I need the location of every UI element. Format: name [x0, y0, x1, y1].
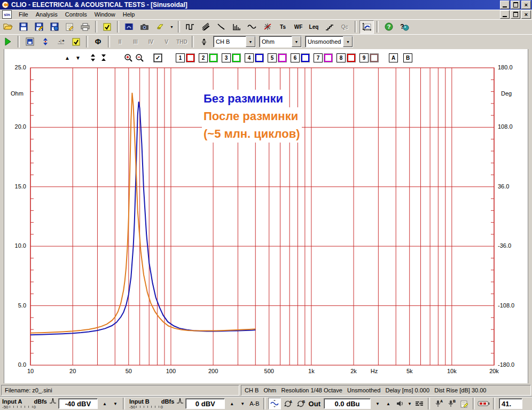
y-right-tick--36.0: -36.0: [498, 242, 523, 249]
out-down-button[interactable]: ▼: [373, 399, 382, 408]
smoothing-combo-arrow-icon[interactable]: ▼: [343, 36, 353, 47]
wf-icon[interactable]: WF: [291, 20, 306, 34]
decay-icon[interactable]: [214, 20, 228, 34]
ts-icon[interactable]: Ts: [276, 20, 290, 34]
curve-slot-2-checkbox[interactable]: [209, 54, 217, 62]
overlay-a-button[interactable]: A: [389, 53, 398, 62]
curve-slot-9-button[interactable]: 9: [359, 53, 369, 62]
settings-check-icon[interactable]: [69, 35, 83, 49]
curve-slot-4-checkbox[interactable]: [255, 54, 263, 62]
curve-slot-8-button[interactable]: 8: [337, 53, 346, 62]
divide-scale-icon[interactable]: [197, 35, 211, 49]
doc-minimize-button[interactable]: [500, 10, 510, 19]
curve-slot-6-checkbox[interactable]: [301, 54, 309, 62]
autosave-icon[interactable]: [22, 35, 37, 49]
curve-slot-8-checkbox[interactable]: [347, 54, 355, 62]
curve-slot-4-button[interactable]: 4: [245, 53, 254, 62]
channel-combo-arrow-icon[interactable]: ▼: [246, 36, 255, 47]
export-icon[interactable]: [47, 20, 61, 34]
sine-off-icon[interactable]: [260, 20, 275, 34]
steps-icon[interactable]: [322, 20, 337, 34]
menu-analysis[interactable]: Analysis: [32, 10, 61, 19]
zoom-in-icon[interactable]: [124, 53, 133, 62]
out-up-button[interactable]: ▲: [384, 399, 393, 408]
eraser-icon[interactable]: [153, 20, 167, 34]
film-icon[interactable]: [122, 20, 136, 34]
marker-icon[interactable]: -+: [53, 35, 68, 49]
curve-slot-1-button[interactable]: 1: [176, 53, 185, 62]
eraser-dropdown-icon[interactable]: ▼: [168, 20, 175, 34]
curve-slot-7-checkbox[interactable]: [324, 54, 332, 62]
curve-slot-3-button[interactable]: 3: [222, 53, 231, 62]
expand-scale-icon[interactable]: [89, 53, 97, 62]
compress-scale-icon[interactable]: [99, 53, 108, 62]
open-icon[interactable]: [1, 20, 15, 34]
print-icon[interactable]: [78, 20, 92, 34]
bars-icon[interactable]: [229, 20, 244, 34]
curve-slot-5-button[interactable]: 5: [268, 53, 277, 62]
input-a-up-button[interactable]: ▲: [100, 399, 109, 408]
menu-file[interactable]: File: [15, 10, 32, 19]
close-button[interactable]: ×: [521, 1, 531, 9]
curves-visible-checkbox[interactable]: ✓: [154, 54, 162, 62]
doc-close-button[interactable]: ×: [521, 10, 531, 19]
channel-combo[interactable]: CH B ▼: [213, 36, 256, 48]
overlay-b-button[interactable]: B: [403, 53, 412, 62]
shift-up-icon[interactable]: ▲: [63, 53, 72, 62]
camera-icon[interactable]: [137, 20, 152, 34]
input-loop-a-icon[interactable]: A: [282, 398, 294, 409]
y-right-unit-label: Deg: [501, 90, 512, 97]
curve-slot-3-checkbox[interactable]: [232, 54, 240, 62]
input-a-sensitivity[interactable]: -40 dBV: [58, 398, 98, 409]
curve-slot-5-checkbox[interactable]: [278, 54, 286, 62]
noise-icon[interactable]: [198, 20, 213, 34]
menu-window[interactable]: Window: [91, 10, 119, 19]
context-help-icon[interactable]: ?: [397, 20, 411, 34]
restore-button[interactable]: [511, 1, 520, 9]
curve-slot-7-button[interactable]: 7: [314, 53, 323, 62]
generator-icon[interactable]: [268, 398, 281, 409]
notes-icon[interactable]: [458, 398, 470, 409]
input-b-sensitivity[interactable]: 0 dBV: [185, 398, 225, 409]
input-a-down-button[interactable]: ▼: [111, 399, 120, 408]
sine-icon[interactable]: [245, 20, 259, 34]
input-loop-b-icon[interactable]: B: [295, 398, 307, 409]
unit-combo-arrow-icon[interactable]: ▼: [292, 36, 301, 47]
autoscale-icon[interactable]: [38, 35, 52, 49]
phase-icon[interactable]: Φ: [91, 35, 105, 49]
menu-controls[interactable]: Controls: [61, 10, 91, 19]
save-icon[interactable]: [16, 20, 30, 34]
speaker-dropdown-icon[interactable]: ▼: [407, 399, 412, 408]
curve-slot-1-checkbox[interactable]: [186, 54, 194, 62]
unit-combo[interactable]: Ohm ▼: [259, 36, 302, 48]
mic-a-icon[interactable]: A: [433, 398, 444, 409]
curve-slot-2-button[interactable]: 2: [199, 53, 208, 62]
print-preview-icon[interactable]: [62, 20, 77, 34]
curve-slot-9-checkbox[interactable]: [370, 54, 378, 62]
squarewave-icon[interactable]: [183, 20, 197, 34]
triple-dash-icon[interactable]: [413, 398, 425, 409]
doc-restore-button[interactable]: [511, 10, 520, 19]
input-b-down-button[interactable]: ▼: [238, 399, 247, 408]
save-as-icon[interactable]: [32, 20, 46, 34]
leq-icon[interactable]: Leq: [307, 20, 321, 34]
task-check-icon[interactable]: [100, 20, 114, 34]
minimize-button[interactable]: [500, 1, 510, 9]
output-level[interactable]: 0.0 dBu: [324, 398, 371, 409]
start-measurement-icon[interactable]: [1, 35, 15, 49]
peak-meter-b-icon: [176, 398, 184, 405]
sinusoidal-doc-icon[interactable]: sin: [2, 10, 12, 19]
resize-graph-icon[interactable]: [359, 20, 374, 34]
shift-down-icon[interactable]: ▼: [74, 53, 82, 62]
svg-text:B: B: [453, 399, 456, 403]
menu-help[interactable]: Help: [119, 10, 139, 19]
zoom-out-icon[interactable]: [135, 53, 144, 62]
smoothing-combo[interactable]: Unsmoothed ▼: [305, 36, 353, 48]
curve-slot-6-button[interactable]: 6: [291, 53, 300, 62]
mic-b-icon[interactable]: B: [445, 398, 457, 409]
input-b-up-button[interactable]: ▲: [227, 399, 237, 408]
speaker-icon[interactable]: [394, 398, 406, 409]
battery-icon[interactable]: [478, 398, 490, 409]
help-icon[interactable]: ?: [381, 20, 396, 34]
link-a-b-button[interactable]: A-B: [249, 400, 259, 407]
